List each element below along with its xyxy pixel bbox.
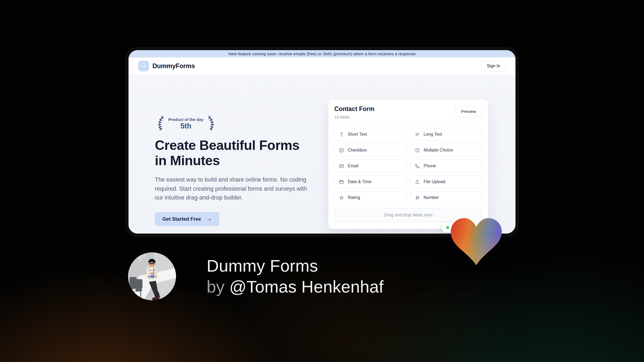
field-type-date-time[interactable]: Date & Time xyxy=(334,175,407,188)
form-builder-card: Contact Form 10 fields Preview Short Tex… xyxy=(328,99,488,229)
preview-button[interactable]: Preview xyxy=(455,106,482,117)
product-of-the-day-badge: Product of the day 5th xyxy=(155,115,316,132)
field-type-rating[interactable]: Rating xyxy=(334,191,407,204)
field-type-number[interactable]: Number xyxy=(410,191,482,204)
promo-canvas: New feature coming soon: receive emails … xyxy=(0,0,644,362)
announcement-banner: New feature coming soon: receive emails … xyxy=(129,50,515,57)
field-type-label: Rating xyxy=(348,195,360,200)
email-icon xyxy=(339,163,344,169)
get-started-button[interactable]: Get Started Free → xyxy=(155,212,219,226)
number-icon xyxy=(415,195,420,201)
credit-block: Dummy Forms by @Tomas Henkenhaf xyxy=(207,255,384,297)
dummyforms-logo[interactable] xyxy=(138,61,149,71)
credit-title: Dummy Forms xyxy=(207,255,384,276)
announcement-text: New feature coming soon: receive emails … xyxy=(228,51,416,56)
hero-headline: Create Beautiful Forms in Minutes xyxy=(155,138,305,168)
arrow-right-icon: → xyxy=(206,216,212,221)
field-type-label: Date & Time xyxy=(348,179,371,184)
gradient-heart-icon xyxy=(451,218,502,266)
field-type-grid: Short TextLong TextCheckboxMultiple Choi… xyxy=(334,128,482,204)
field-type-short-text[interactable]: Short Text xyxy=(334,128,407,141)
field-type-label: Checkbox xyxy=(348,148,367,153)
checkbox-icon xyxy=(339,147,344,153)
short-text-icon xyxy=(339,132,344,137)
field-type-label: Long Text xyxy=(424,132,442,137)
multiple-choice-icon xyxy=(415,147,420,153)
brand-name: DummyForms xyxy=(152,62,195,70)
long-text-icon xyxy=(415,132,420,137)
field-type-file-upload[interactable]: File Upload xyxy=(410,175,482,188)
award-rank: 5th xyxy=(168,122,204,130)
rating-icon xyxy=(339,195,344,201)
field-type-label: Number xyxy=(424,195,439,200)
credit-byline: by @Tomas Henkenhaf xyxy=(207,276,384,297)
field-type-phone[interactable]: Phone xyxy=(410,160,482,172)
field-type-label: File Upload xyxy=(424,179,445,184)
laurel-right-icon xyxy=(206,115,217,132)
field-type-email[interactable]: Email xyxy=(334,160,407,172)
cursor-select-icon xyxy=(140,62,147,70)
dropzone-text: Drag and drop fields here xyxy=(384,213,433,217)
award-title: Product of the day xyxy=(168,117,204,122)
phone-icon xyxy=(415,163,420,169)
browser-window: New feature coming soon: receive emails … xyxy=(129,50,515,234)
field-type-multiple-choice[interactable]: Multiple Choice xyxy=(410,144,482,157)
field-type-checkbox[interactable]: Checkbox xyxy=(334,144,407,157)
field-type-long-text[interactable]: Long Text xyxy=(410,128,482,141)
field-type-label: Short Text xyxy=(348,132,367,137)
field-type-label: Phone xyxy=(424,164,436,168)
author-avatar xyxy=(128,252,176,300)
form-builder-header: Contact Form 10 fields Preview xyxy=(334,105,482,122)
online-status-dot-icon xyxy=(446,226,449,229)
award-text: Product of the day 5th xyxy=(167,117,205,130)
hero-subtext: The easiest way to build and share onlin… xyxy=(155,175,310,202)
hero-copy: Product of the day 5th xyxy=(155,115,316,226)
credit-author: @Tomas Henkenhaf xyxy=(229,277,384,296)
cta-label: Get Started Free xyxy=(162,216,201,222)
credit-by-prefix: by xyxy=(207,277,229,296)
field-type-label: Email xyxy=(348,164,358,168)
file-upload-icon xyxy=(415,179,420,185)
sign-in-button[interactable]: Sign In xyxy=(481,61,506,71)
field-type-label: Multiple Choice xyxy=(424,148,453,153)
app-header: DummyForms Sign In xyxy=(129,57,515,75)
hero-section: Product of the day 5th xyxy=(129,75,515,234)
laurel-left-icon xyxy=(155,115,166,132)
date-time-icon xyxy=(339,179,344,185)
